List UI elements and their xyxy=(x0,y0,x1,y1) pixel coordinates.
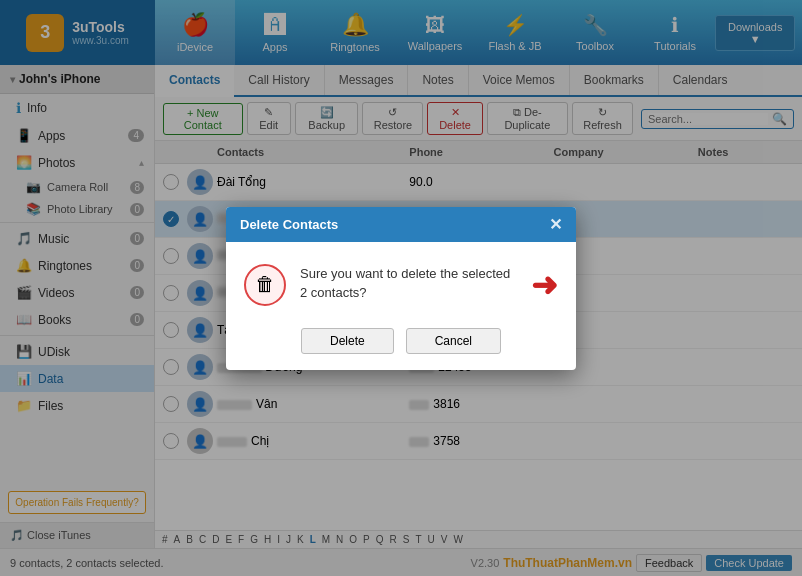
modal-message: Sure you want to delete the selected 2 c… xyxy=(300,266,510,301)
modal-delete-icon: 🗑 xyxy=(244,264,286,306)
modal-close-icon[interactable]: ✕ xyxy=(549,215,562,234)
modal-header: Delete Contacts ✕ xyxy=(226,207,576,242)
modal-body: 🗑 Sure you want to delete the selected 2… xyxy=(226,242,576,320)
modal-arrow: ➜ xyxy=(531,266,558,304)
modal-footer: Delete Cancel xyxy=(226,320,576,370)
modal: Delete Contacts ✕ 🗑 Sure you want to del… xyxy=(226,207,576,370)
modal-delete-button[interactable]: Delete xyxy=(301,328,394,354)
modal-overlay: Delete Contacts ✕ 🗑 Sure you want to del… xyxy=(0,0,802,576)
modal-title: Delete Contacts xyxy=(240,217,338,232)
modal-cancel-button[interactable]: Cancel xyxy=(406,328,501,354)
